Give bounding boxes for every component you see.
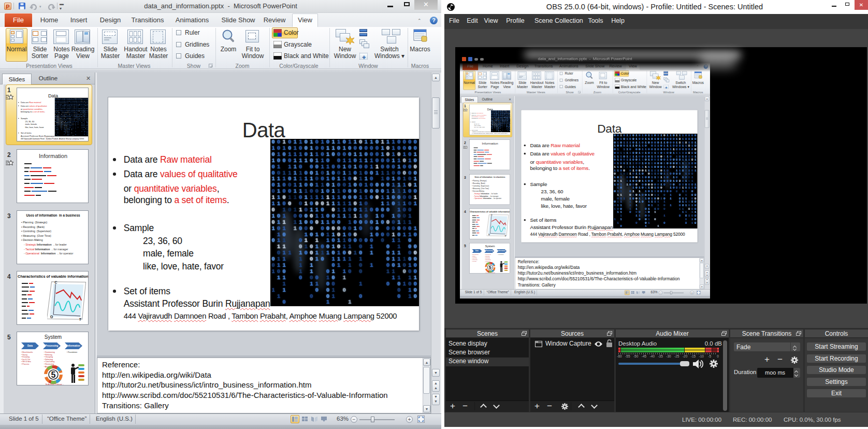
svg-text:C: C: [491, 213, 493, 216]
svg-text:C: C: [54, 280, 57, 284]
svg-text:O: O: [50, 315, 53, 319]
svg-text:5: 5: [489, 265, 491, 270]
svg-text:5: 5: [51, 370, 56, 379]
svg-text:O: O: [488, 233, 490, 236]
